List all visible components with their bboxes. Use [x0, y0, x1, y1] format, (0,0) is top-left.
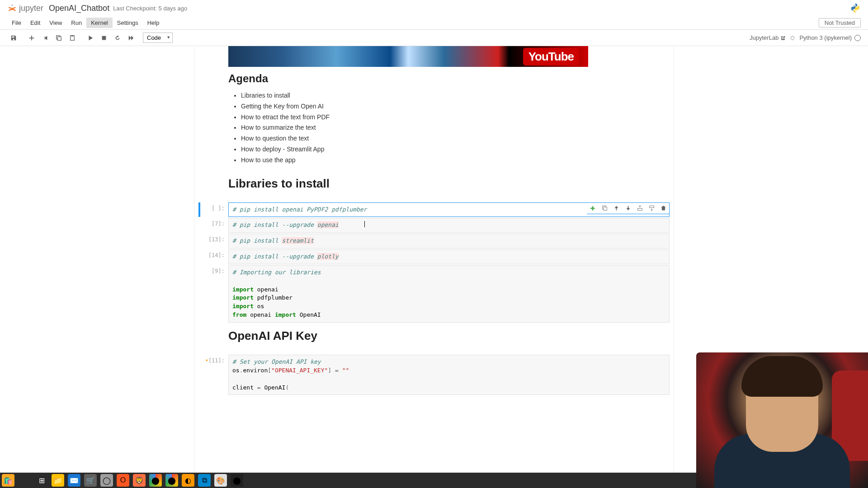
python-icon — [850, 3, 861, 14]
svg-point-6 — [791, 36, 794, 39]
copy-icon — [56, 35, 62, 41]
restart-icon — [114, 35, 121, 41]
fastforward-button[interactable] — [125, 32, 137, 44]
toolbar: Code JupyterLab Python 3 (ipykernel) — [0, 30, 868, 46]
save-icon — [10, 35, 17, 41]
jupyter-text: jupyter — [19, 4, 43, 13]
scissors-icon — [42, 35, 48, 41]
svg-rect-2 — [57, 37, 61, 40]
fastforward-icon — [128, 35, 134, 41]
trust-indicator[interactable]: Not Trusted — [819, 18, 861, 28]
jupyterlab-link[interactable]: JupyterLab — [750, 34, 786, 41]
svg-rect-5 — [102, 36, 106, 40]
stop-button[interactable] — [98, 32, 110, 44]
menu-run[interactable]: Run — [66, 18, 86, 28]
kernel-indicator[interactable]: Python 3 (ipykernel) — [799, 34, 861, 41]
stop-icon — [101, 35, 107, 41]
paste-button[interactable] — [66, 32, 79, 44]
restart-button[interactable] — [111, 32, 124, 44]
play-icon — [87, 35, 94, 41]
kernel-status-icon — [854, 35, 861, 41]
plus-icon — [28, 35, 35, 41]
cell-type-select[interactable]: Code — [143, 33, 173, 43]
save-button[interactable] — [7, 32, 20, 44]
add-cell-button[interactable] — [25, 32, 38, 44]
cut-button[interactable] — [39, 32, 52, 44]
svg-rect-4 — [71, 35, 73, 36]
external-link-icon — [780, 35, 786, 41]
menu-file[interactable]: File — [7, 18, 26, 28]
copy-button[interactable] — [52, 32, 65, 44]
header: jupyter OpenAI_Chatbot Last Checkpoint: … — [0, 0, 868, 16]
notebook-title[interactable]: OpenAI_Chatbot — [49, 4, 109, 13]
checkpoint-text: Last Checkpoint: 5 days ago — [113, 5, 187, 12]
jupyter-icon — [7, 3, 17, 13]
jupyter-logo[interactable]: jupyter — [7, 3, 43, 13]
svg-point-0 — [12, 5, 13, 6]
menu-help[interactable]: Help — [143, 18, 164, 28]
menu-edit[interactable]: Edit — [26, 18, 45, 28]
bug-icon[interactable] — [789, 35, 796, 41]
clipboard-icon — [69, 35, 75, 41]
menu-kernel[interactable]: Kernel — [86, 18, 113, 28]
menubar: File Edit View Run Kernel Settings Help … — [0, 16, 868, 30]
run-button[interactable] — [84, 32, 97, 44]
cell-type-select-wrap[interactable]: Code — [143, 33, 173, 43]
menu-view[interactable]: View — [45, 18, 66, 28]
menu-settings[interactable]: Settings — [113, 18, 143, 28]
